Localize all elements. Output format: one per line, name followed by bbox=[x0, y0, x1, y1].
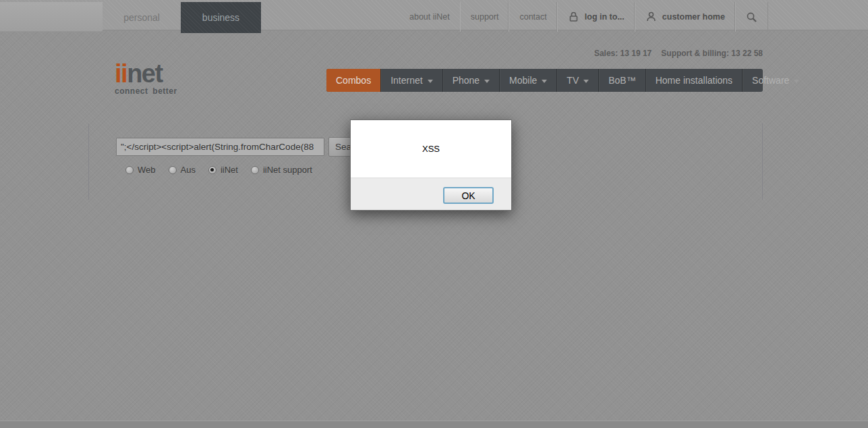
chevron-down-icon bbox=[794, 80, 799, 83]
logo-net: net bbox=[127, 59, 163, 88]
nav-item-internet-label: Internet bbox=[390, 75, 422, 86]
nav-item-combos-label: Combos bbox=[336, 75, 371, 86]
nav-item-combos[interactable]: Combos bbox=[326, 69, 380, 92]
iinet-search-page: personal business about iiNet support co… bbox=[0, 0, 868, 428]
search-input[interactable] bbox=[116, 138, 324, 156]
alert-dialog: XSS OK bbox=[350, 119, 512, 211]
utility-link-customer-home[interactable]: customer home bbox=[635, 2, 735, 32]
nav-item-home-installations[interactable]: Home installations bbox=[645, 69, 742, 92]
scope-option-aus[interactable]: Aus bbox=[169, 165, 196, 175]
radio-icon[interactable] bbox=[251, 166, 259, 174]
chevron-down-icon bbox=[484, 80, 490, 83]
utility-link-login[interactable]: log in to... bbox=[557, 2, 635, 32]
scope-option-web[interactable]: Web bbox=[125, 165, 156, 175]
utility-link-contact[interactable]: contact bbox=[509, 2, 556, 32]
chevron-down-icon bbox=[428, 80, 433, 83]
radio-checked-icon[interactable] bbox=[208, 166, 216, 174]
contact-phone-numbers: Sales: 13 19 17 Support & billing: 13 22… bbox=[594, 49, 763, 58]
nav-item-mobile-label: Mobile bbox=[509, 75, 537, 86]
chevron-down-icon bbox=[542, 80, 547, 83]
nav-item-bob[interactable]: BoB™ bbox=[598, 69, 645, 92]
nav-item-phone[interactable]: Phone bbox=[442, 69, 499, 92]
header-search-button[interactable] bbox=[735, 2, 768, 32]
utility-link-customer-home-label: customer home bbox=[662, 12, 725, 22]
header-left-panel bbox=[0, 2, 103, 32]
utility-link-about[interactable]: about iiNet bbox=[399, 2, 460, 32]
utility-link-login-label: log in to... bbox=[585, 12, 625, 22]
scope-option-iinet[interactable]: iiNet bbox=[208, 165, 238, 175]
nav-item-software-label: Software bbox=[752, 75, 789, 86]
radio-icon[interactable] bbox=[125, 166, 134, 174]
sales-number: Sales: 13 19 17 bbox=[594, 49, 652, 58]
scope-option-aus-label: Aus bbox=[181, 165, 196, 175]
search-scope-options: Web Aus iiNet iiNet support bbox=[125, 165, 312, 175]
logo-ii: ii bbox=[115, 59, 127, 88]
footer-edge bbox=[0, 421, 868, 428]
chevron-down-icon bbox=[583, 80, 589, 83]
nav-item-home-installations-label: Home installations bbox=[656, 75, 732, 86]
utility-link-support[interactable]: support bbox=[460, 2, 509, 32]
main-navigation: Combos Internet Phone Mobile TV BoB™ Hom… bbox=[326, 69, 763, 92]
utility-nav: about iiNet support contact log in to... bbox=[399, 2, 768, 32]
nav-item-software[interactable]: Software bbox=[742, 69, 809, 92]
ok-button[interactable]: OK bbox=[443, 187, 494, 204]
nav-item-internet[interactable]: Internet bbox=[380, 69, 442, 92]
nav-item-tv-label: TV bbox=[567, 75, 579, 86]
support-billing-number: Support & billing: 13 22 58 bbox=[661, 49, 763, 58]
site-header: personal business about iiNet support co… bbox=[0, 0, 868, 30]
alert-footer: OK bbox=[351, 178, 511, 210]
iinet-logo[interactable]: iinet connect better bbox=[115, 61, 177, 95]
scope-option-iinet-support-label: iiNet support bbox=[263, 165, 312, 175]
nav-item-phone-label: Phone bbox=[453, 75, 480, 86]
logo-tagline: connect better bbox=[115, 87, 177, 95]
nav-item-mobile[interactable]: Mobile bbox=[499, 69, 556, 92]
nav-item-bob-label: BoB™ bbox=[608, 75, 635, 86]
nav-item-tv[interactable]: TV bbox=[556, 69, 598, 92]
scope-option-iinet-label: iiNet bbox=[221, 165, 238, 175]
person-icon bbox=[645, 11, 658, 23]
scope-option-web-label: Web bbox=[138, 165, 156, 175]
radio-icon[interactable] bbox=[169, 166, 177, 174]
search-icon bbox=[746, 11, 758, 23]
tab-personal[interactable]: personal bbox=[103, 2, 181, 33]
iinet-logo-wordmark: iinet bbox=[115, 61, 177, 86]
scope-option-iinet-support[interactable]: iiNet support bbox=[251, 165, 312, 175]
lock-icon bbox=[568, 11, 580, 23]
alert-message: XSS bbox=[351, 120, 511, 178]
tab-business[interactable]: business bbox=[181, 2, 261, 33]
